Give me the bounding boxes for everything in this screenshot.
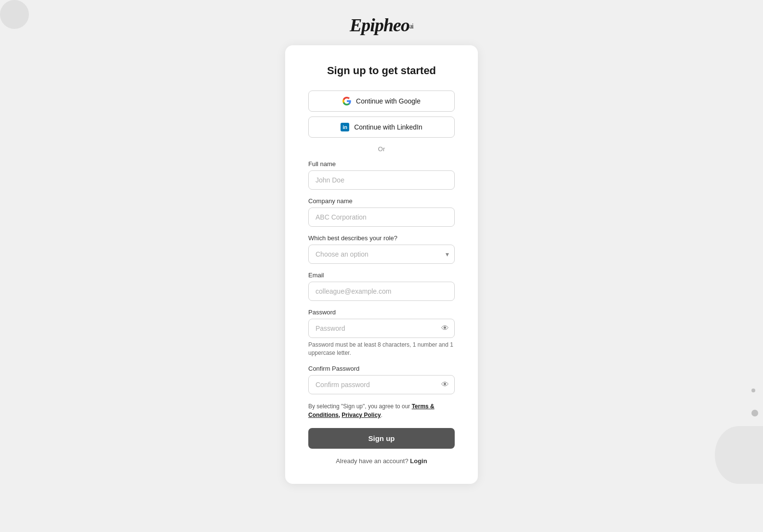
email-input[interactable] <box>308 282 455 301</box>
password-group: Password 👁 Password must be at least 8 c… <box>308 309 455 357</box>
confirm-password-input[interactable] <box>308 375 455 394</box>
logo-ai: ai <box>409 23 413 30</box>
logo-text: Epipheo <box>350 15 409 35</box>
full-name-label: Full name <box>308 160 455 168</box>
full-name-input[interactable] <box>308 170 455 190</box>
privacy-link[interactable]: Privacy Policy <box>342 412 381 418</box>
confirm-password-wrapper: 👁 <box>308 375 455 394</box>
password-wrapper: 👁 <box>308 319 455 338</box>
company-name-input[interactable] <box>308 208 455 227</box>
divider: Or <box>308 145 455 153</box>
terms-text: By selecting "Sign up", you agree to our… <box>308 402 455 419</box>
login-section: Already have an account? Login <box>308 457 455 465</box>
terms-suffix: . <box>381 412 382 418</box>
email-label: Email <box>308 272 455 279</box>
decorative-blob-mid-right2 <box>751 389 755 392</box>
card-title: Sign up to get started <box>308 65 455 77</box>
decorative-blob-bottom-right <box>715 426 763 484</box>
role-group: Which best describes your role? Choose a… <box>308 234 455 264</box>
linkedin-signin-button[interactable]: in Continue with LinkedIn <box>308 117 455 138</box>
password-label: Password <box>308 309 455 316</box>
linkedin-icon: in <box>341 123 349 131</box>
company-name-group: Company name <box>308 197 455 227</box>
confirm-password-toggle-button[interactable]: 👁 <box>441 380 449 389</box>
signup-card: Sign up to get started Continue with Goo… <box>285 45 478 484</box>
decorative-blob-mid-right <box>751 410 758 416</box>
confirm-password-group: Confirm Password 👁 <box>308 365 455 394</box>
role-select[interactable]: Choose an option <box>308 245 455 264</box>
terms-prefix: By selecting "Sign up", you agree to our <box>308 403 412 410</box>
login-text: Already have an account? <box>336 457 408 465</box>
password-hint: Password must be at least 8 characters, … <box>308 341 455 357</box>
full-name-group: Full name <box>308 160 455 190</box>
signup-button[interactable]: Sign up <box>308 428 455 449</box>
google-btn-label: Continue with Google <box>356 97 421 105</box>
role-label: Which best describes your role? <box>308 234 455 242</box>
linkedin-btn-label: Continue with LinkedIn <box>354 123 422 131</box>
email-group: Email <box>308 272 455 301</box>
google-signin-button[interactable]: Continue with Google <box>308 91 455 112</box>
decorative-blob-top-left <box>0 0 29 29</box>
logo: Epipheoai <box>350 14 413 36</box>
password-input[interactable] <box>308 319 455 338</box>
company-name-label: Company name <box>308 197 455 205</box>
confirm-password-label: Confirm Password <box>308 365 455 372</box>
login-link[interactable]: Login <box>410 457 427 465</box>
role-select-wrapper: Choose an option ▾ <box>308 245 455 264</box>
google-icon <box>342 97 351 105</box>
password-toggle-button[interactable]: 👁 <box>441 324 449 333</box>
